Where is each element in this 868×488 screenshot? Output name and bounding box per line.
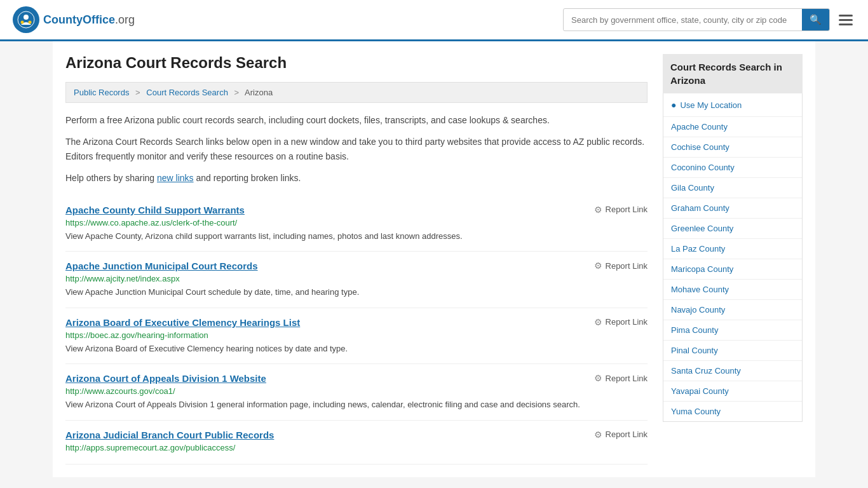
record-desc-3: View Arizona Court of Appeals Division 1…	[65, 398, 648, 411]
logo-text: CountyOffice.org	[43, 13, 135, 27]
record-desc-0: View Apache County, Arizona child suppor…	[65, 230, 648, 243]
record-title-2[interactable]: Arizona Board of Executive Clemency Hear…	[65, 317, 300, 328]
record-title-4[interactable]: Arizona Judicial Branch Court Public Rec…	[65, 430, 274, 440]
record-url-3[interactable]: http://www.azcourts.gov/coa1/	[65, 386, 648, 396]
hamburger-line	[839, 24, 853, 25]
sidebar: Court Records Search in Arizona ● Use My…	[663, 54, 803, 464]
search-bar: 🔍	[563, 8, 830, 31]
sidebar-title: Court Records Search in Arizona	[663, 54, 803, 93]
report-icon: ⚙	[594, 205, 602, 215]
intro-paragraph-1: Perform a free Arizona public court reco…	[65, 113, 648, 127]
sidebar-county-santa-cruz-county[interactable]: Santa Cruz County	[663, 361, 802, 381]
record-item: Arizona Judicial Branch Court Public Rec…	[65, 421, 648, 464]
sidebar-county-gila-county[interactable]: Gila County	[663, 178, 802, 198]
intro-paragraph-2: The Arizona Court Records Search links b…	[65, 135, 648, 163]
report-icon: ⚙	[594, 261, 602, 271]
sidebar-county-navajo-county[interactable]: Navajo County	[663, 300, 802, 320]
search-icon: 🔍	[810, 14, 822, 25]
report-icon: ⚙	[594, 317, 602, 327]
breadcrumb-public-records[interactable]: Public Records	[74, 88, 129, 97]
logo-icon	[13, 6, 39, 33]
breadcrumb: Public Records > Court Records Search > …	[65, 82, 648, 103]
record-url-1[interactable]: http://www.ajcity.net/index.aspx	[65, 274, 648, 283]
intro-paragraph-3: Help others by sharing new links and rep…	[65, 171, 648, 185]
report-link-0[interactable]: ⚙ Report Link	[594, 205, 648, 215]
sidebar-county-yavapai-county[interactable]: Yavapai County	[663, 381, 802, 402]
svg-point-1	[24, 15, 29, 20]
record-header: Apache County Child Support Warrants ⚙ R…	[65, 205, 648, 215]
record-desc-2: View Arizona Board of Executive Clemency…	[65, 342, 648, 355]
report-link-3[interactable]: ⚙ Report Link	[594, 373, 648, 383]
hamburger-line	[839, 19, 853, 21]
use-my-location-label: Use My Location	[680, 100, 742, 110]
record-item: Apache County Child Support Warrants ⚙ R…	[65, 196, 648, 252]
sidebar-county-maricopa-county[interactable]: Maricopa County	[663, 259, 802, 280]
search-button[interactable]: 🔍	[802, 9, 829, 30]
breadcrumb-arizona: Arizona	[245, 88, 273, 97]
breadcrumb-sep: >	[135, 88, 140, 97]
sidebar-county-pima-county[interactable]: Pima County	[663, 320, 802, 341]
breadcrumb-sep: >	[234, 88, 240, 97]
new-links-link[interactable]: new links	[157, 173, 194, 183]
sidebar-county-yuma-county[interactable]: Yuma County	[663, 402, 802, 421]
sidebar-county-cochise-county[interactable]: Cochise County	[663, 137, 802, 158]
search-input[interactable]	[564, 10, 802, 30]
record-desc-1: View Apache Junction Municipal Court sch…	[65, 286, 648, 299]
record-header: Arizona Judicial Branch Court Public Rec…	[65, 430, 648, 440]
page-title: Arizona Court Records Search	[65, 54, 648, 72]
sidebar-nav: ● Use My Location Apache CountyCochise C…	[663, 93, 803, 422]
record-url-0[interactable]: https://www.co.apache.az.us/clerk-of-the…	[65, 218, 648, 227]
svg-point-3	[29, 21, 32, 24]
record-header: Apache Junction Municipal Court Records …	[65, 261, 648, 271]
sidebar-county-greenlee-county[interactable]: Greenlee County	[663, 219, 802, 239]
sidebar-county-mohave-county[interactable]: Mohave County	[663, 280, 802, 300]
sidebar-county-pinal-county[interactable]: Pinal County	[663, 341, 802, 361]
main-container: Arizona Court Records Search Public Reco…	[53, 41, 815, 477]
sidebar-county-apache-county[interactable]: Apache County	[663, 117, 802, 137]
record-item: Arizona Court of Appeals Division 1 Webs…	[65, 364, 648, 421]
records-list: Apache County Child Support Warrants ⚙ R…	[65, 196, 648, 464]
hamburger-line	[839, 15, 853, 17]
report-link-2[interactable]: ⚙ Report Link	[594, 317, 648, 327]
record-item: Apache Junction Municipal Court Records …	[65, 252, 648, 308]
content-area: Arizona Court Records Search Public Reco…	[65, 54, 648, 464]
report-icon: ⚙	[594, 430, 602, 440]
logo-area: CountyOffice.org	[13, 6, 135, 33]
record-url-4[interactable]: http://apps.supremecourt.az.gov/publicac…	[65, 443, 648, 452]
record-title-0[interactable]: Apache County Child Support Warrants	[65, 205, 245, 215]
record-header: Arizona Board of Executive Clemency Hear…	[65, 317, 648, 328]
county-links-container: Apache CountyCochise CountyCoconino Coun…	[663, 117, 802, 421]
site-header: CountyOffice.org 🔍	[0, 0, 868, 41]
record-title-1[interactable]: Apache Junction Municipal Court Records	[65, 261, 258, 271]
use-my-location[interactable]: ● Use My Location	[663, 93, 802, 117]
record-url-2[interactable]: https://boec.az.gov/hearing-information	[65, 330, 648, 340]
record-header: Arizona Court of Appeals Division 1 Webs…	[65, 373, 648, 384]
record-item: Arizona Board of Executive Clemency Hear…	[65, 308, 648, 365]
breadcrumb-court-records[interactable]: Court Records Search	[146, 88, 228, 97]
report-link-1[interactable]: ⚙ Report Link	[594, 261, 648, 271]
location-icon: ●	[671, 100, 676, 110]
svg-point-2	[21, 21, 24, 24]
report-icon: ⚙	[594, 373, 602, 383]
hamburger-button[interactable]	[836, 12, 855, 28]
header-right: 🔍	[563, 8, 855, 31]
sidebar-county-coconino-county[interactable]: Coconino County	[663, 158, 802, 178]
report-link-4[interactable]: ⚙ Report Link	[594, 430, 648, 440]
sidebar-county-graham-county[interactable]: Graham County	[663, 198, 802, 219]
record-title-3[interactable]: Arizona Court of Appeals Division 1 Webs…	[65, 373, 266, 384]
sidebar-county-la-paz-county[interactable]: La Paz County	[663, 239, 802, 259]
